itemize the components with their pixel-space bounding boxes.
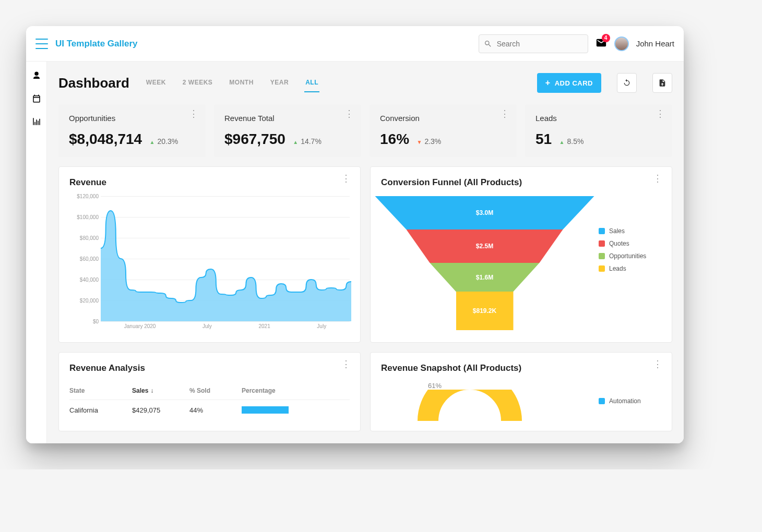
kpi-label: Opportunities — [69, 114, 195, 123]
kpi-value: $967,750 — [224, 131, 285, 148]
sidebar-item-profile[interactable] — [31, 70, 42, 81]
brand-title[interactable]: UI Template Gallery — [55, 39, 137, 49]
panel-row-1: Revenue $0$20,000$40,000$60,000$80,000$1… — [58, 166, 672, 343]
cell-sales: $429,075 — [132, 406, 189, 414]
tab-all[interactable]: ALL — [304, 74, 319, 92]
tab-month[interactable]: MONTH — [228, 74, 255, 92]
cell-pct — [242, 406, 350, 414]
panel-title: Revenue Analysis — [69, 363, 350, 373]
user-name[interactable]: John Heart — [636, 39, 674, 48]
calendar-icon — [32, 94, 41, 103]
revenue-panel: Revenue $0$20,000$40,000$60,000$80,000$1… — [58, 166, 361, 343]
revenue-chart: $0$20,000$40,000$60,000$80,000$100,000$1… — [69, 196, 350, 332]
col-psold[interactable]: % Sold — [189, 387, 242, 394]
legend-item: Opportunities — [599, 252, 661, 260]
snapshot-panel: Revenue Snapshot (All Products) 61% Auto… — [370, 352, 672, 431]
funnel-segment: $3.0M — [375, 196, 594, 229]
panel-title: Revenue — [69, 177, 350, 188]
app-frame: UI Template Gallery 4 John Heart Dashboa… — [26, 26, 684, 443]
cell-psold: 44% — [189, 406, 242, 414]
notifications-button[interactable]: 4 — [596, 37, 607, 51]
funnel-panel: Conversion Funnel (All Products) $3.0M$2… — [370, 166, 672, 343]
avatar[interactable] — [614, 37, 629, 51]
donut-percent-label: 61% — [428, 382, 442, 390]
panel-more-button[interactable] — [653, 363, 662, 365]
legend-swatch — [599, 253, 605, 259]
kpi-more-button[interactable] — [189, 113, 198, 115]
funnel-legend: SalesQuotesOpportunitiesLeads — [599, 196, 661, 332]
add-card-label: ADD CARD — [555, 79, 593, 87]
table-header: State Sales↓ % Sold Percentage — [69, 382, 350, 400]
col-sales[interactable]: Sales↓ — [132, 387, 189, 394]
legend-swatch — [599, 228, 605, 234]
search-icon — [484, 40, 492, 48]
kpi-opportunities: Opportunities $8,048,714 20.3% — [58, 104, 206, 157]
page-title: Dashboard — [58, 75, 129, 91]
kpi-value: $8,048,714 — [69, 131, 142, 148]
export-button[interactable] — [652, 73, 672, 93]
y-axis-labels: $0$20,000$40,000$60,000$80,000$100,000$1… — [69, 196, 101, 321]
search-input[interactable] — [479, 34, 588, 53]
layout: Dashboard WEEK 2 WEEKS MONTH YEAR ALL + … — [26, 62, 684, 443]
export-icon — [658, 79, 666, 87]
cell-state: California — [69, 406, 132, 414]
legend-item: Quotes — [599, 240, 661, 247]
tab-2weeks[interactable]: 2 WEEKS — [182, 74, 214, 92]
kpi-label: Revenue Total — [224, 114, 351, 123]
topbar: UI Template Gallery 4 John Heart — [26, 26, 684, 62]
kpi-leads: Leads 51 8.5% — [525, 104, 672, 157]
legend-label: Sales — [609, 227, 625, 235]
kpi-row: Opportunities $8,048,714 20.3% Revenue T… — [58, 104, 672, 157]
sort-desc-icon: ↓ — [150, 387, 153, 394]
funnel-segment: $2.5M — [407, 229, 563, 263]
kpi-delta: 8.5% — [559, 137, 584, 146]
refresh-button[interactable] — [617, 73, 637, 93]
time-range-tabs: WEEK 2 WEEKS MONTH YEAR ALL — [145, 74, 319, 92]
kpi-label: Leads — [535, 114, 662, 123]
tab-year[interactable]: YEAR — [269, 74, 290, 92]
legend-swatch — [599, 240, 605, 247]
analysis-panel: Revenue Analysis State Sales↓ % Sold Per… — [58, 352, 361, 431]
kpi-delta: 14.7% — [293, 137, 322, 146]
notifications-count: 4 — [602, 34, 610, 42]
panel-more-button[interactable] — [341, 363, 351, 365]
snapshot-legend: Automation — [599, 382, 661, 405]
sidebar-item-calendar[interactable] — [31, 93, 42, 104]
table-row: California $429,075 44% — [69, 400, 350, 420]
legend-item: Leads — [599, 265, 661, 272]
col-pct[interactable]: Percentage — [242, 387, 350, 394]
legend-item: Automation — [599, 397, 661, 405]
tab-week[interactable]: WEEK — [145, 74, 167, 92]
kpi-delta: 20.3% — [150, 137, 178, 146]
kpi-revenue-total: Revenue Total $967,750 14.7% — [214, 104, 361, 157]
search-box — [479, 34, 588, 53]
donut-chart — [412, 390, 527, 421]
legend-label: Automation — [609, 397, 641, 405]
panel-more-button[interactable] — [653, 177, 662, 179]
kpi-value: 16% — [380, 131, 409, 148]
donut-container: 61% — [381, 382, 588, 413]
revenue-area-chart — [101, 196, 351, 321]
sidebar-item-analytics[interactable] — [31, 116, 42, 127]
kpi-more-button[interactable] — [500, 113, 509, 115]
col-state[interactable]: State — [69, 387, 132, 394]
x-axis-labels: January 2020July2021July — [101, 323, 350, 329]
kpi-more-button[interactable] — [656, 113, 665, 115]
kpi-delta: 2.3% — [417, 137, 442, 146]
legend-label: Leads — [609, 265, 626, 272]
menu-toggle-button[interactable] — [35, 39, 48, 49]
panel-more-button[interactable] — [341, 177, 351, 179]
legend-label: Opportunities — [609, 252, 646, 260]
panel-title: Conversion Funnel (All Products) — [381, 177, 661, 188]
panel-row-2: Revenue Analysis State Sales↓ % Sold Per… — [58, 352, 672, 431]
main-content: Dashboard WEEK 2 WEEKS MONTH YEAR ALL + … — [47, 62, 684, 443]
funnel-segment: $1.6M — [430, 263, 540, 292]
plus-icon: + — [545, 78, 551, 88]
refresh-icon — [623, 79, 631, 87]
funnel-wrap: $3.0M$2.5M$1.6M$819.2K SalesQuotesOpport… — [381, 196, 661, 332]
sidebar — [26, 62, 47, 443]
kpi-more-button[interactable] — [344, 113, 354, 115]
kpi-value: 51 — [535, 131, 552, 148]
add-card-button[interactable]: + ADD CARD — [537, 73, 601, 93]
panel-title: Revenue Snapshot (All Products) — [381, 363, 661, 373]
